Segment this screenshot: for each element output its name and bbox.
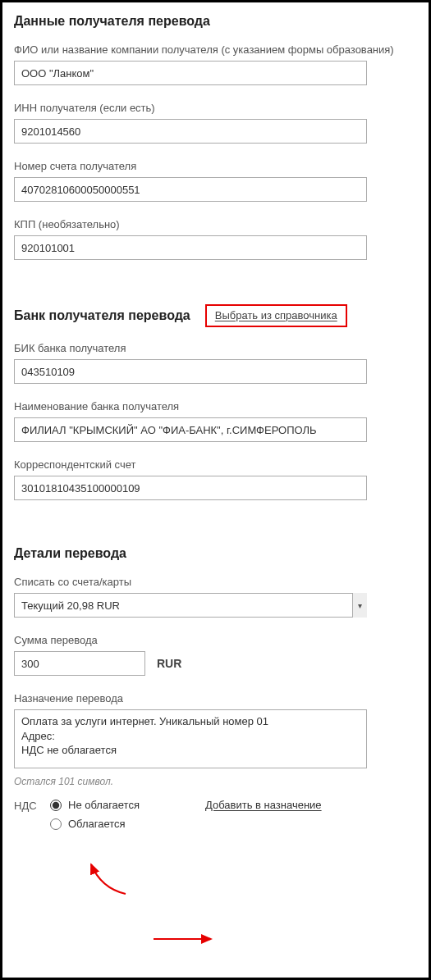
bank-name-input[interactable] <box>14 417 367 442</box>
recipient-inn-input[interactable] <box>14 119 367 144</box>
recipient-account-input[interactable] <box>14 177 367 202</box>
pick-from-directory-link[interactable]: Выбрать из справочника <box>205 304 347 327</box>
bank-name-label: Наименование банка получателя <box>14 400 417 413</box>
amount-label: Сумма перевода <box>14 634 417 646</box>
currency-label: RUR <box>157 657 181 670</box>
bank-bik-input[interactable] <box>14 359 367 384</box>
recipient-inn-label: ИНН получателя (если есть) <box>14 102 417 114</box>
recipient-account-label: Номер счета получателя <box>14 160 417 172</box>
bank-corr-label: Корреспондентский счет <box>14 458 417 471</box>
purpose-textarea[interactable] <box>14 709 367 768</box>
bank-corr-input[interactable] <box>14 476 367 500</box>
vat-radio-no[interactable] <box>50 800 62 811</box>
recipient-name-label: ФИО или название компании получателя (с … <box>14 43 417 56</box>
vat-label: НДС <box>14 799 50 812</box>
recipient-kpp-input[interactable] <box>14 235 367 260</box>
bank-heading: Банк получателя перевода <box>14 308 190 323</box>
vat-radio-yes[interactable] <box>50 818 62 830</box>
from-account-select[interactable]: Текущий 20,98 RUR <box>14 593 367 618</box>
annotation-arrow-icon <box>152 932 218 946</box>
from-account-label: Списать со счета/карты <box>14 576 417 588</box>
details-heading: Детали перевода <box>14 546 417 561</box>
annotation-arrow-icon <box>85 859 134 896</box>
amount-input[interactable] <box>14 651 145 676</box>
vat-radio-no-label: Не облагается <box>68 799 140 811</box>
bank-bik-label: БИК банка получателя <box>14 342 417 354</box>
purpose-label: Назначение перевода <box>14 692 417 704</box>
recipient-name-input[interactable] <box>14 61 367 85</box>
add-to-purpose-link[interactable]: Добавить в назначение <box>205 799 322 811</box>
recipient-heading: Данные получателя перевода <box>14 14 417 29</box>
vat-radio-yes-label: Облагается <box>68 818 126 830</box>
chars-left-hint: Остался 101 символ. <box>14 776 417 787</box>
recipient-kpp-label: КПП (необязательно) <box>14 218 417 230</box>
